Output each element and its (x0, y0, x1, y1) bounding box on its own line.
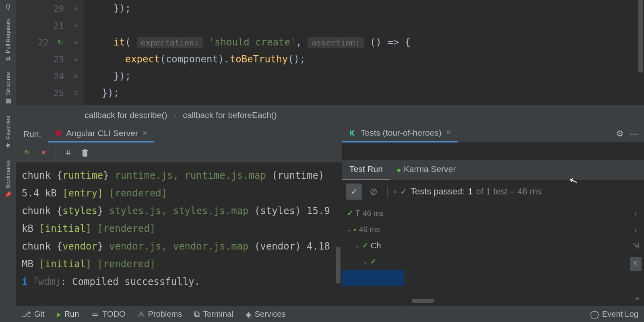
import-icon[interactable]: ⇱ (630, 257, 642, 271)
bottom-git-button[interactable]: ⎇Git (22, 310, 45, 319)
show-ignored-button[interactable]: ⊘ (365, 184, 382, 200)
warn-icon: ⚠ (138, 310, 145, 319)
code-area[interactable]: }); it( expectation: 'should create', as… (85, 0, 644, 105)
tree-row[interactable]: ⌄▸46 ms (344, 221, 402, 237)
check-icon: ✓ (400, 186, 407, 197)
bookmark-icon: 🔖 (4, 191, 12, 198)
test-subtabs: Test Run Karma Server (342, 160, 644, 180)
bottom-tool-bar: ⎇Git▶Run≔TODO⚠Problems⧉Terminal◈Services… (16, 306, 644, 322)
bottom-run-button[interactable]: ▶Run (57, 310, 79, 319)
run-label: Run: (16, 129, 48, 139)
test-status-text: Tests passed: 1 of 1 test – 46 ms (411, 186, 541, 197)
angular-icon (55, 130, 62, 137)
fold-icon[interactable]: ⊟ (71, 21, 79, 29)
play-icon: ▶ (57, 311, 61, 318)
karma-icon (349, 129, 357, 137)
fold-icon[interactable]: ⊟ (71, 72, 79, 80)
separator (387, 186, 388, 198)
show-passed-button[interactable]: ✓ (346, 184, 362, 200)
tab-test-run[interactable]: Test Run (342, 159, 390, 180)
run-test-icon[interactable]: ↻ (56, 38, 64, 46)
param-hint: assertion: (308, 37, 364, 48)
rail-pull-requests[interactable]: ⇄Pull Requests (4, 13, 12, 66)
run-tab-tests[interactable]: Tests (tour-of-heroes) ✕ (342, 125, 458, 142)
editor[interactable]: 20⊟21⊟22↻⊟23⊟24⊟25⊟ }); it( expectation:… (16, 0, 644, 105)
run-tab-angular-cli[interactable]: Angular CLI Server ✕ (48, 125, 154, 143)
fold-icon[interactable]: ⊟ (71, 38, 79, 46)
branch-icon: ⎇ (22, 310, 31, 319)
export-icon[interactable]: ⇲ (632, 241, 639, 250)
param-hint: expectation: (137, 37, 203, 48)
close-icon[interactable]: ✕ (446, 128, 451, 137)
console-panel: ↻ ■ ⇊ chunk {runtime} runtime.js, runtim… (16, 142, 342, 306)
fold-icon[interactable]: ⊟ (71, 4, 79, 12)
console-output[interactable]: chunk {runtime} runtime.js, runtime.js.m… (16, 163, 342, 306)
left-tool-rail: Q ⇄Pull Requests ▦Structure ★Favorites 🔖… (0, 0, 16, 322)
trash-icon (81, 149, 89, 157)
close-icon[interactable]: ✕ (142, 129, 148, 137)
test-status-bar: ✓ ⊘ » ✓ Tests passed: 1 of 1 test – 46 m… (342, 180, 644, 203)
test-tree[interactable]: ✓T46 ms⌄▸46 ms⌄✓Ch⌄✓ (342, 203, 405, 306)
arrow-up-icon[interactable]: ↑ (634, 209, 638, 219)
event-log-icon: ◯ (590, 310, 599, 319)
check-icon: ✓ (347, 209, 353, 218)
services-icon: ◈ (246, 310, 252, 319)
rail-structure[interactable]: ▦Structure (4, 66, 12, 110)
console-scrollbar[interactable] (336, 247, 341, 283)
console-line: i ｢wdm｣: Compiled successfully. (22, 273, 336, 291)
minimize-icon[interactable]: — (630, 128, 638, 139)
rail-bookmarks[interactable]: 🔖Bookmarks (4, 155, 12, 204)
bottom-terminal-button[interactable]: ⧉Terminal (194, 310, 233, 319)
editor-scrollbar[interactable] (638, 0, 643, 72)
run-icon: ▸ (354, 227, 357, 232)
stop-button[interactable]: ■ (39, 148, 48, 157)
fold-icon[interactable]: ⊟ (71, 89, 79, 97)
layout-button[interactable]: ⇊ (63, 148, 73, 157)
star-icon: ★ (4, 142, 12, 149)
fold-icon[interactable]: ⊟ (71, 55, 79, 63)
console-toolbar: ↻ ■ ⇊ (16, 142, 342, 163)
console-line: chunk {styles} styles.js, styles.js.map … (22, 202, 336, 237)
breadcrumb-item[interactable]: callback for beforeEach() (183, 110, 277, 120)
check-icon: ✓ (362, 241, 368, 250)
list-icon: ≔ (91, 310, 99, 319)
tree-selected-row[interactable] (342, 270, 404, 286)
gutter-line[interactable]: 24⊟ (16, 68, 84, 85)
bottom-todo-button[interactable]: ≔TODO (91, 310, 125, 319)
gutter-line[interactable]: 23⊟ (16, 51, 84, 68)
overflow-icon[interactable]: » (393, 188, 397, 195)
bottom-services-button[interactable]: ◈Services (246, 310, 286, 319)
event-log-button[interactable]: ◯ Event Log (590, 310, 638, 319)
delete-button[interactable] (80, 148, 90, 157)
gutter-line[interactable]: 22↻⊟ (16, 34, 84, 51)
rerun-button[interactable]: ↻ (22, 148, 31, 157)
chevron-down-icon[interactable]: ⌄ (363, 258, 368, 265)
gutter: 20⊟21⊟22↻⊟23⊟24⊟25⊟ (16, 0, 85, 105)
tests-panel: Tests (tour-of-heroes) ✕ ⚙ — Test Run Ka… (342, 142, 644, 306)
chevron-down-icon[interactable]: ⌄ (355, 242, 360, 249)
test-output[interactable] (405, 203, 627, 306)
breadcrumb-item[interactable]: callback for describe() (85, 110, 167, 120)
tab-karma-server[interactable]: Karma Server (390, 159, 463, 180)
console-line: chunk {vendor} vendor.js, vendor.js.map … (22, 237, 336, 273)
terminal-icon: ⧉ (194, 310, 200, 319)
arrow-down-icon[interactable]: ↓ (634, 225, 638, 234)
test-side-toolbar: ↑ ↓ ⇲ ⇱ (627, 203, 644, 306)
tree-row[interactable]: ⌄✓Ch (344, 237, 402, 254)
gutter-line[interactable]: 21⊟ (16, 17, 84, 34)
status-dot-icon (397, 169, 400, 172)
horizontal-scrollbar[interactable] (412, 299, 434, 303)
gear-icon[interactable]: ⚙ (616, 128, 624, 139)
tree-row[interactable]: ⌄✓ (344, 254, 402, 270)
chevron-down-icon[interactable]: ⌄ (347, 226, 352, 233)
chevron-right-icon: › (173, 110, 176, 120)
more-icon[interactable]: » (635, 294, 639, 303)
gutter-line[interactable]: 25⊟ (16, 85, 84, 101)
breadcrumb: callback for describe() › callback for b… (16, 105, 644, 125)
tree-row[interactable]: ✓T46 ms (344, 205, 402, 221)
bottom-problems-button[interactable]: ⚠Problems (138, 310, 182, 319)
separator (56, 147, 56, 158)
rail-favorites[interactable]: ★Favorites (4, 110, 12, 155)
rail-item[interactable]: Q (6, 0, 10, 13)
gutter-line[interactable]: 20⊟ (16, 0, 84, 17)
